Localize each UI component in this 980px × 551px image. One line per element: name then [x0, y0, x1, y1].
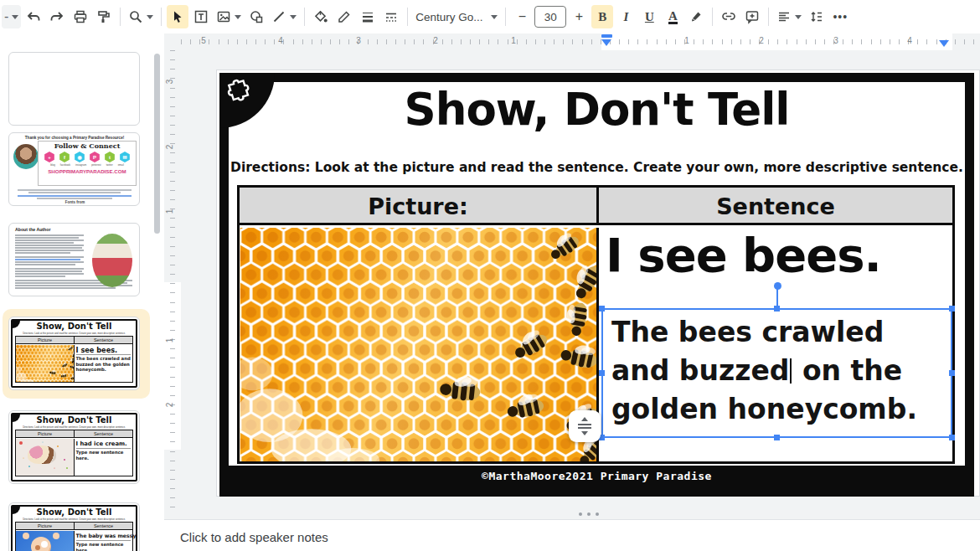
line-spacing-button[interactable]: [806, 5, 828, 28]
slide-directions[interactable]: Directions: Look at the picture and read…: [229, 160, 965, 175]
toolbar-leading-partial-control[interactable]: -: [2, 5, 21, 28]
paint-format-button[interactable]: [93, 5, 115, 28]
print-button[interactable]: [70, 5, 91, 28]
insert-shape-button[interactable]: [245, 5, 267, 28]
instagram-icon: ◉: [75, 152, 85, 162]
highlight-color-button[interactable]: [685, 5, 707, 28]
pinterest-icon: P: [90, 152, 101, 162]
selected-text-box[interactable]: The bees crawled and buzzed on the golde…: [601, 308, 952, 438]
paint-format-icon: [96, 9, 111, 24]
ruler-ticks: [181, 39, 980, 44]
follow-connect-title: Follow & Connect: [39, 142, 136, 150]
border-weight-button[interactable]: [357, 5, 379, 28]
reorder-widget-button[interactable]: [569, 410, 601, 442]
decrease-font-size-button[interactable]: −: [511, 5, 533, 28]
notes-resize-handle[interactable]: [579, 512, 604, 518]
author-photo: [13, 144, 39, 169]
border-dash-button[interactable]: [380, 5, 402, 28]
first-line-indent-marker[interactable]: [601, 34, 612, 38]
honeycomb-image[interactable]: [240, 228, 599, 461]
text-box-button[interactable]: [190, 5, 212, 28]
resize-handle-e[interactable]: [949, 370, 955, 376]
font-family-value: Century Go...: [415, 11, 487, 23]
horizontal-ruler[interactable]: 5 4 3 2 1 1 2 3 4: [181, 33, 980, 50]
chevron-down-icon: [12, 15, 18, 19]
thumb-directions: Directions: Look at the picture and read…: [13, 425, 136, 429]
thumb-col1: Picture: [16, 523, 75, 529]
thumb-icecream-image: [16, 439, 75, 476]
chevron-down-icon: [290, 15, 297, 19]
ruler-number: 2: [759, 36, 764, 45]
italic-button[interactable]: I: [615, 5, 637, 28]
about-author-title: About the Author: [15, 227, 50, 232]
slide-thumbnail-5[interactable]: Show, Don't Tell Directions: Look at the…: [8, 410, 140, 484]
slide-title[interactable]: Show, Don't Tell: [229, 84, 965, 135]
simple-sentence-text[interactable]: I see bees.: [606, 228, 881, 282]
align-icon: [776, 9, 792, 24]
speaker-notes-placeholder[interactable]: Click to add speaker notes: [180, 530, 328, 544]
increase-font-size-button[interactable]: +: [568, 5, 590, 28]
sentence-column-header[interactable]: Sentence: [599, 188, 952, 223]
resize-handle-w[interactable]: [599, 370, 605, 376]
insert-link-button[interactable]: [718, 5, 740, 28]
rotation-handle[interactable]: [774, 282, 781, 290]
insert-image-button[interactable]: [214, 5, 244, 28]
resize-handle-n[interactable]: [774, 306, 780, 312]
thumb-title: Show, Don't Tell: [13, 415, 136, 425]
zoom-button[interactable]: [126, 5, 156, 28]
line-icon: [271, 9, 286, 24]
fill-color-button[interactable]: [310, 5, 332, 28]
image-icon: [216, 9, 231, 24]
link-icon: [720, 9, 737, 24]
resize-handle-s[interactable]: [774, 435, 780, 440]
left-indent-marker[interactable]: [601, 39, 611, 46]
border-color-button[interactable]: [333, 5, 355, 28]
zoom-icon: [128, 9, 143, 24]
insert-line-button[interactable]: [269, 5, 299, 28]
ruler-number: 4: [278, 36, 283, 45]
underline-button[interactable]: U: [638, 5, 660, 28]
insert-comment-button[interactable]: [741, 5, 763, 28]
ruler-number: 2: [165, 403, 174, 408]
right-indent-marker[interactable]: [939, 40, 949, 47]
speaker-notes-area[interactable]: Click to add speaker notes: [164, 519, 980, 551]
filmstrip-scrollbar[interactable]: [154, 54, 160, 234]
more-options-button[interactable]: •••: [829, 5, 851, 28]
resize-handle-ne[interactable]: [949, 306, 955, 312]
resize-handle-se[interactable]: [949, 435, 955, 440]
font-size-input[interactable]: 30: [534, 6, 566, 28]
vertical-ruler[interactable]: 3 2 1 1 2: [164, 50, 181, 509]
slide-thumbnail-1[interactable]: [8, 52, 140, 126]
font-family-select[interactable]: Century Go...: [413, 5, 500, 28]
thumb-col2: Sentence: [75, 337, 132, 343]
ruler-number: 1: [165, 209, 174, 214]
thumb-sentence: The baby was messy.: [76, 532, 132, 541]
chevron-down-icon: [491, 15, 498, 19]
bold-button[interactable]: B: [591, 5, 613, 28]
slide-thumbnail-2[interactable]: Thank you for choosing a Primary Paradis…: [8, 132, 140, 206]
resize-handle-nw[interactable]: [599, 306, 605, 312]
redo-button[interactable]: [46, 5, 68, 28]
shape-icon: [249, 9, 264, 24]
thumb-col2: Sentence: [75, 430, 132, 437]
social-label: pinterest: [91, 163, 101, 167]
ruler-number: 1: [511, 36, 516, 45]
picture-column-header[interactable]: Picture:: [240, 188, 599, 223]
slide-thumbnail-3[interactable]: About the Author: [8, 223, 140, 296]
comment-icon: [745, 9, 760, 24]
select-tool-button[interactable]: [167, 5, 188, 28]
slide-thumbnail-4-selected[interactable]: Show, Don't Tell Directions: Look at the…: [8, 317, 140, 390]
thumb-title: Show, Don't Tell: [13, 507, 136, 518]
chevron-down-icon: [147, 15, 153, 19]
text-color-button[interactable]: A: [662, 5, 683, 28]
align-button[interactable]: [774, 5, 804, 28]
move-vertical-icon: [575, 416, 594, 436]
bold-icon: B: [598, 10, 606, 24]
slide-thumbnail-6[interactable]: Show, Don't Tell Directions: Look at the…: [8, 502, 140, 551]
fonts-credit: Fonts from: [9, 200, 140, 204]
descriptive-sentence-text[interactable]: The bees crawled and buzzed on the golde…: [611, 313, 917, 429]
undo-button[interactable]: [23, 5, 44, 28]
border-weight-icon: [360, 9, 375, 24]
thumb-col1: Picture: [16, 430, 75, 437]
thumb-title: Show, Don't Tell: [13, 322, 136, 332]
